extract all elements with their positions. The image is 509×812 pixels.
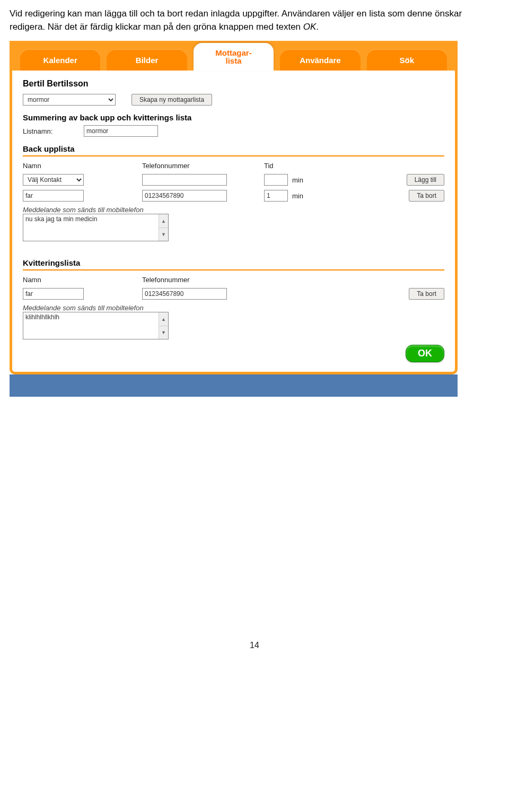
tel-input-1[interactable]: [142, 190, 227, 202]
listname-input[interactable]: [84, 125, 158, 137]
blue-strip: [10, 374, 458, 397]
min-label: min: [292, 192, 303, 200]
kvitt-title: Kvitteringslista: [23, 258, 444, 267]
tel-input-new[interactable]: [142, 174, 227, 186]
tab-anvandare[interactable]: Användare: [280, 49, 360, 71]
tab-sok[interactable]: Sök: [367, 49, 447, 71]
app-screenshot: Kalender Bilder Mottagar- lista Användar…: [10, 41, 458, 397]
min-label: min: [292, 176, 303, 184]
scroll-down-icon[interactable]: ▼: [159, 326, 168, 339]
scroll-up-icon[interactable]: ▲: [159, 312, 168, 326]
create-list-button[interactable]: Skapa ny mottagarlista: [131, 94, 212, 106]
tid-input-new[interactable]: [264, 174, 288, 186]
intro-em: OK: [303, 22, 317, 32]
scroll-up-icon[interactable]: ▲: [159, 214, 168, 228]
summary-title: Summering av back upp och kvitterings li…: [23, 113, 444, 122]
kvitt-tel-input-1[interactable]: [142, 288, 227, 300]
ok-button[interactable]: OK: [406, 345, 444, 362]
remove-button[interactable]: Ta bort: [409, 190, 444, 202]
kvitt-msg-label: Meddelande som sänds till mobiltelefon: [23, 304, 444, 312]
user-name: Bertil Bertilsson: [23, 79, 444, 89]
textarea-scrollbar[interactable]: ▲ ▼: [159, 312, 168, 339]
intro-post: .: [316, 22, 319, 32]
tab-mottagar-line1: Mottagar-: [215, 49, 251, 57]
intro-pre: Vid redigering kan man lägga till och ta…: [10, 8, 462, 32]
name-input-1[interactable]: [23, 190, 84, 202]
col-name: Namn: [23, 162, 142, 170]
kvitt-msg-value: klihlhlhllkhlh: [23, 312, 159, 339]
backup-msg-label: Meddelande som sänds till mobiltelefon: [23, 206, 444, 214]
contact-select[interactable]: Välj Kontakt: [23, 174, 84, 186]
page-number: 14: [0, 641, 509, 650]
kvitt-remove-button[interactable]: Ta bort: [409, 288, 444, 300]
backup-title: Back upplista: [23, 144, 444, 153]
tab-mottagarlista[interactable]: Mottagar- lista: [194, 43, 274, 71]
tabs-bar: Kalender Bilder Mottagar- lista Användar…: [10, 41, 458, 71]
kvitt-col-tel: Telefonnummer: [142, 276, 264, 284]
textarea-scrollbar[interactable]: ▲ ▼: [159, 214, 168, 241]
intro-text: Vid redigering kan man lägga till och ta…: [10, 7, 499, 33]
listname-label: Listnamn:: [23, 127, 84, 135]
backup-msg-value: nu ska jag ta min medicin: [23, 214, 159, 241]
col-tid: Tid: [264, 162, 328, 170]
list-select[interactable]: mormor: [23, 94, 116, 106]
tid-input-1[interactable]: [264, 190, 288, 202]
content-frame: Bertil Bertilsson mormor Skapa ny mottag…: [10, 71, 458, 374]
col-tel: Telefonnummer: [142, 162, 264, 170]
backup-msg-textarea[interactable]: nu ska jag ta min medicin ▲ ▼: [23, 214, 169, 241]
kvitt-name-input-1[interactable]: [23, 288, 84, 300]
add-button[interactable]: Lägg till: [407, 174, 444, 186]
kvitt-col-name: Namn: [23, 276, 142, 284]
tab-mottagar-line2: lista: [215, 57, 251, 65]
kvitt-msg-textarea[interactable]: klihlhlhllkhlh ▲ ▼: [23, 312, 169, 339]
tab-kalender[interactable]: Kalender: [20, 49, 100, 71]
tab-bilder[interactable]: Bilder: [107, 49, 187, 71]
scroll-down-icon[interactable]: ▼: [159, 228, 168, 241]
